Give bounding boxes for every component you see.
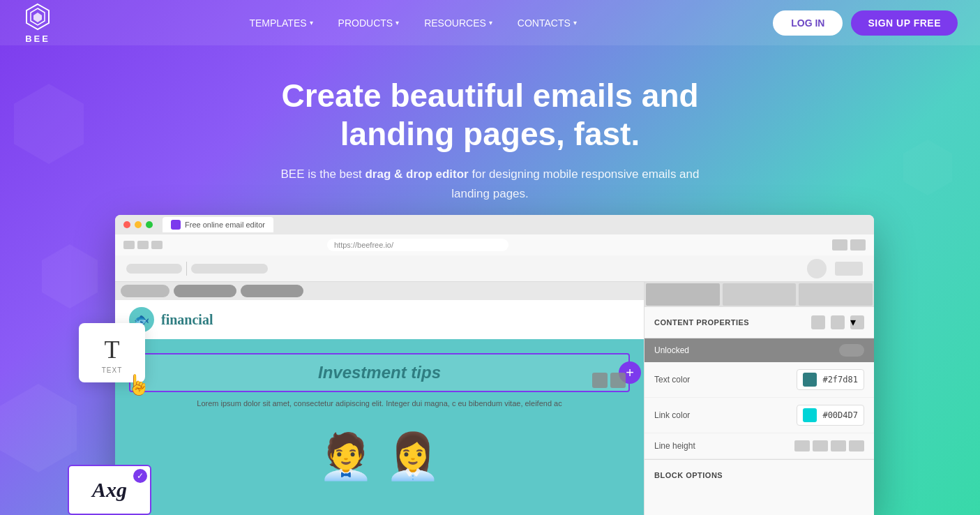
text-color-swatch[interactable]: #2f7d81: [797, 369, 864, 390]
link-color-label: Link color: [654, 410, 690, 420]
canvas-inner: 🐟 financial Investment tips + Lorem ipsu…: [115, 300, 644, 515]
back-icon[interactable]: [123, 241, 135, 249]
chevron-down-icon: ▾: [395, 19, 399, 27]
nav-links: TEMPLATES ▾ PRODUCTS ▾ RESOURCES ▾ CONTA…: [249, 17, 576, 29]
window-close-dot: [123, 221, 130, 228]
collapse-panel-icon[interactable]: ▾: [850, 315, 864, 329]
url-nav-icons: [123, 241, 163, 249]
link-color-row: Link color #00D4D7: [644, 398, 874, 433]
check-badge: ✓: [133, 469, 147, 483]
toolbar-menu-1[interactable]: [126, 264, 182, 274]
nav-actions: LOG IN SIGN UP FREE: [773, 10, 958, 36]
line-height-option-1[interactable]: [794, 440, 810, 451]
hero-subtitle: BEE is the best drag & drop editor for d…: [274, 165, 707, 202]
share-icon[interactable]: [832, 239, 847, 251]
text-color-box: [803, 373, 817, 387]
line-height-row: Line height: [644, 433, 874, 459]
text-widget[interactable]: T TEXT ☝: [79, 323, 145, 382]
line-height-option-4[interactable]: [849, 440, 864, 451]
svg-marker-2: [33, 13, 42, 22]
illustration-area: 🧑‍💼 👩‍💼: [115, 424, 644, 490]
bee-logo-icon: [22, 1, 53, 32]
url-action-icons: [832, 239, 866, 251]
unlocked-row: Unlocked: [644, 338, 874, 362]
logo-text: BEE: [25, 33, 50, 44]
subtab-2[interactable]: [174, 285, 236, 297]
subtab-1[interactable]: [121, 285, 169, 297]
nav-link-resources[interactable]: RESOURCES ▾: [424, 17, 492, 29]
browser-chrome-bar: Free online email editor: [115, 215, 874, 234]
axg-text: Axg: [92, 478, 127, 502]
text-widget-label: TEXT: [96, 366, 128, 374]
toolbar-menu-2[interactable]: [191, 264, 268, 274]
delete-icon[interactable]: [592, 373, 608, 388]
cursor-hand-icon: ☝: [126, 373, 151, 396]
link-color-value: #00D4D7: [822, 410, 858, 420]
content-properties-header: CONTENT PROPERTIES ▾: [644, 307, 874, 338]
investment-box[interactable]: Investment tips +: [129, 353, 630, 392]
refresh-icon[interactable]: [151, 241, 163, 249]
figure-person-1: 🧑‍💼: [318, 431, 374, 483]
investment-title: Investment tips: [144, 363, 615, 382]
browser-tab[interactable]: Free online email editor: [163, 217, 273, 232]
nav-link-products[interactable]: PRODUCTS ▾: [338, 17, 400, 29]
link-color-box: [803, 408, 817, 422]
subtab-3[interactable]: [241, 285, 303, 297]
line-height-option-2[interactable]: [813, 440, 828, 451]
figure-person-2: 👩‍💼: [385, 431, 441, 483]
text-color-row: Text color #2f7d81: [644, 362, 874, 398]
right-panel-tabs: [644, 282, 874, 307]
right-panel: CONTENT PROPERTIES ▾ Unlocked Text color…: [644, 282, 874, 515]
toolbar-action[interactable]: [835, 262, 863, 276]
unlocked-toggle[interactable]: [839, 344, 864, 357]
nav-link-templates[interactable]: TEMPLATES ▾: [249, 17, 312, 29]
rp-tab-3[interactable]: [799, 283, 873, 306]
bottom-card: Axg ✓: [68, 465, 151, 515]
text-widget-char: T: [96, 337, 128, 362]
copy-panel-icon[interactable]: [831, 315, 845, 329]
link-color-swatch[interactable]: #00D4D7: [797, 405, 864, 426]
financial-brand-name: financial: [161, 312, 213, 328]
chevron-down-icon: ▾: [310, 19, 313, 27]
line-height-options: [794, 440, 864, 451]
browser-url-bar: https://beefree.io/: [115, 234, 874, 255]
nav-link-contacts[interactable]: CONTACTS ▾: [518, 17, 577, 29]
toolbar-divider: [186, 262, 187, 276]
block-options-section: BLOCK OPTIONS: [644, 459, 874, 489]
logo-area[interactable]: BEE: [22, 1, 53, 44]
content-properties-title: CONTENT PROPERTIES: [654, 318, 749, 327]
trash-icons: [592, 373, 626, 388]
lorem-placeholder-text: Lorem ipsum dolor sit amet, consectetur …: [129, 398, 630, 410]
trash-panel-icon[interactable]: [811, 315, 825, 329]
browser-mockup: Free online email editor https://beefree…: [115, 215, 874, 515]
tab-favicon: [171, 220, 181, 230]
chevron-down-icon: ▾: [573, 19, 577, 27]
toolbar-avatar: [807, 259, 827, 278]
investment-section: Investment tips + Lorem ipsum dolor sit …: [115, 339, 644, 424]
chevron-down-icon: ▾: [489, 19, 492, 27]
editor-toolbar: [115, 255, 874, 282]
editor-subtabs: [115, 282, 644, 300]
unlocked-label: Unlocked: [654, 345, 689, 355]
hero-title: Create beautiful emails and landing page…: [225, 77, 755, 154]
line-height-option-3[interactable]: [831, 440, 846, 451]
copy-icon[interactable]: [610, 373, 626, 388]
forward-icon[interactable]: [137, 241, 149, 249]
rp-tab-1[interactable]: [646, 283, 720, 306]
signup-button[interactable]: SIGN UP FREE: [851, 10, 958, 36]
window-minimize-dot: [135, 221, 142, 228]
window-maximize-dot: [146, 221, 153, 228]
url-input[interactable]: https://beefree.io/: [327, 239, 508, 251]
rp-tab-2[interactable]: [723, 283, 797, 306]
login-button[interactable]: LOG IN: [773, 10, 843, 36]
canvas-content: 🐟 financial Investment tips + Lorem ipsu…: [115, 282, 644, 515]
editor-area: 🐟 financial Investment tips + Lorem ipsu…: [115, 282, 874, 515]
block-options-title: BLOCK OPTIONS: [654, 471, 723, 479]
panel-action-icons: ▾: [811, 315, 864, 329]
text-color-value: #2f7d81: [822, 375, 858, 385]
text-color-label: Text color: [654, 375, 690, 385]
bookmark-icon[interactable]: [850, 239, 866, 251]
financial-header: 🐟 financial: [115, 300, 644, 339]
line-height-label: Line height: [654, 441, 695, 451]
navbar: BEE TEMPLATES ▾ PRODUCTS ▾ RESOURCES ▾ C…: [0, 0, 980, 45]
